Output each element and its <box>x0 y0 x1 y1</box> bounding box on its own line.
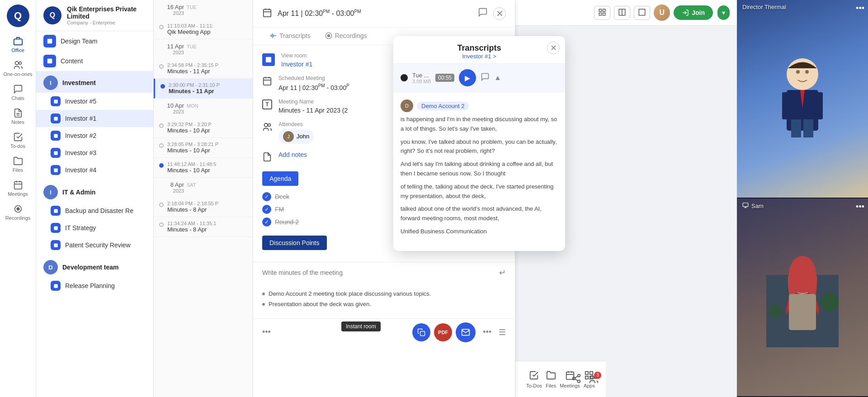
svg-rect-71 <box>789 294 816 330</box>
section-dev-team[interactable]: D Development team <box>36 254 153 277</box>
person-illustration-2 <box>766 248 839 347</box>
channel-it-strategy[interactable]: IT Strategy <box>36 219 153 236</box>
audio-name: Tue ... <box>412 72 431 79</box>
pdf-button[interactable]: PDF <box>434 323 452 341</box>
calendar-icon <box>13 180 23 190</box>
svg-rect-38 <box>599 13 601 15</box>
channel-backup[interactable]: Backup and Disaster Re <box>36 202 153 219</box>
sq-icon-7 <box>53 226 58 231</box>
share-icon[interactable] <box>571 373 581 385</box>
view-room-icon <box>262 53 275 66</box>
chat-action-icon[interactable] <box>478 7 488 20</box>
meeting-dot-gray-5 <box>159 203 164 207</box>
meeting-item-11apr-1[interactable]: 2:34:58 PM - 2:35:15 P Minutes - 11 Apr <box>154 59 253 79</box>
transcript-text-6: Unified Business Communication <box>401 227 558 236</box>
single-view-button[interactable] <box>634 6 650 20</box>
close-detail-button[interactable]: ✕ <box>493 7 506 20</box>
sidebar-item-meetings[interactable]: Meetings <box>0 176 36 200</box>
sidebar-item-recordings[interactable]: Recordings <box>0 200 36 224</box>
transcript-modal-title: Transcripts <box>457 43 501 53</box>
video-tile-director-name-area: Director Thermal <box>742 4 786 10</box>
channel-design-team[interactable]: Design Team <box>36 31 153 51</box>
sidebar-item-notes[interactable]: Notes <box>0 104 36 128</box>
sidebar-item-office-label: Office <box>11 47 24 53</box>
join-dropdown-button[interactable]: ▾ <box>717 5 730 20</box>
svg-rect-13 <box>54 99 57 103</box>
audio-chevron-up-icon[interactable]: ▲ <box>494 74 501 82</box>
transcript-modal-subtitle[interactable]: Investor #1 > <box>462 53 496 60</box>
meeting-item-10apr-2[interactable]: 3:28:05 PM - 3:28:21 P Minutes - 10 Apr <box>154 138 253 158</box>
meeting-item-11apr-2[interactable]: 2:30:00 PM - 2:31:10 P Minutes - 11 Apr <box>154 79 253 99</box>
channel-patent[interactable]: Patent Security Review <box>36 236 153 254</box>
meeting-item-8apr-1[interactable]: 2:18:04 PM - 2:18:55 P Minutes - 8 Apr <box>154 197 253 217</box>
company-logo-icon[interactable]: Q <box>7 5 29 27</box>
summary-text-2: Presentation about the deck was given. <box>269 301 371 307</box>
section-investment[interactable]: I Investment <box>36 71 153 93</box>
todos-bottom-label: To-Dos <box>526 383 542 388</box>
grid-view-button[interactable] <box>594 6 610 20</box>
meeting-date-8apr: 8 Apr 2023 SAT <box>154 178 253 197</box>
svg-rect-62 <box>782 92 793 119</box>
channel-investor-1[interactable]: Investor #1 <box>36 110 153 127</box>
sidebar-item-recordings-label: Recordings <box>5 215 31 221</box>
calendar-detail-icon <box>262 8 272 20</box>
join-label: Join <box>692 9 705 16</box>
audio-chat-icon[interactable] <box>481 72 490 84</box>
user-avatar[interactable]: U <box>654 5 670 21</box>
square-icon-2 <box>47 58 53 64</box>
copy-button[interactable] <box>412 323 430 341</box>
sidebar-item-one-on-ones[interactable]: One-on-ones <box>0 57 36 80</box>
person-illustration-1 <box>766 49 839 149</box>
summary-dot-1 <box>262 293 265 295</box>
bottom-todos[interactable]: To-Dos <box>526 370 542 388</box>
split-view-button[interactable] <box>614 6 630 20</box>
action-buttons: ••• PDF ••• ☰ <box>253 318 515 346</box>
svg-rect-16 <box>54 151 57 155</box>
tab-transcripts-label: Transcripts <box>279 32 311 39</box>
meeting-item-10apr-3[interactable]: 11:48:12 AM - 11:48:5 Minutes - 10 Apr <box>154 158 253 178</box>
attendee-chip: J John <box>278 129 314 144</box>
video-tile-1-dots[interactable]: ••• <box>856 4 864 13</box>
tab-recordings[interactable]: Recordings <box>318 28 374 45</box>
channel-content[interactable]: Content <box>36 51 153 71</box>
channel-investor-2[interactable]: Investor #2 <box>36 127 153 144</box>
more-action-icon[interactable]: ••• <box>262 327 271 337</box>
section-it-admin[interactable]: I IT & Admin <box>36 179 153 202</box>
sidebar-item-todos[interactable]: To-dos <box>0 128 36 152</box>
channel-investor-5[interactable]: Investor #5 <box>36 93 153 110</box>
people-count[interactable]: 3 <box>589 374 599 384</box>
left-panel: Q Qik Enterprises Private Limited Compan… <box>36 0 154 397</box>
audio-play-button[interactable]: ▶ <box>459 69 476 86</box>
meeting-item-8apr-2[interactable]: 11:34:24 AM - 11:35:1 Minutes - 8 Apr <box>154 217 253 237</box>
detail-header: Apr 11 | 02:30PM - 03:00PM ✕ <box>253 0 515 28</box>
svg-rect-39 <box>603 13 605 15</box>
video-tile-2-dots[interactable]: ••• <box>856 202 864 212</box>
tab-transcripts[interactable]: Transcripts <box>262 28 318 45</box>
sidebar-item-files[interactable]: Files <box>0 152 36 176</box>
sidebar-item-office[interactable]: Office <box>0 33 36 57</box>
transcript-investor-link: Investor #1 > <box>462 53 496 60</box>
recordings-tab-icon <box>325 32 332 39</box>
send-minutes-icon[interactable]: ↵ <box>499 268 506 278</box>
meeting-item-10apr-1[interactable]: 3:29:32 PM - 3:20:P Minutes - 10 Apr <box>154 118 253 138</box>
bottom-files[interactable]: Files <box>546 370 556 388</box>
summary-section: Demo Account 2 meeting took place discus… <box>253 283 515 318</box>
video-tile-director-label: Director Thermal <box>742 4 786 10</box>
join-button[interactable]: Join <box>674 5 713 20</box>
agenda-check-fm: ✓ <box>262 205 271 214</box>
more-options-icon[interactable]: ••• <box>483 327 491 337</box>
channel-investor-3[interactable]: Investor #3 <box>36 144 153 161</box>
channel-icon-backup <box>51 206 61 216</box>
sidebar-item-chats[interactable]: Chats <box>0 80 36 104</box>
meeting-item-16apr-qik[interactable]: 11:10:03 AM - 11:11: Qik Meeting App <box>154 19 253 39</box>
channel-release[interactable]: Release Planning <box>36 277 153 294</box>
transcript-modal-close-button[interactable]: ✕ <box>547 42 560 54</box>
add-notes-button[interactable]: Add notes <box>278 151 307 158</box>
list-icon[interactable]: ☰ <box>499 327 506 337</box>
channel-investor-4[interactable]: Investor #4 <box>36 161 153 179</box>
people-icon <box>13 60 23 70</box>
transcript-message-1: D Demo Account 2 is happening and I'm in… <box>401 99 558 236</box>
email-button[interactable] <box>456 322 476 342</box>
write-minutes-input[interactable] <box>262 269 495 276</box>
sq-icon-9 <box>53 284 58 288</box>
